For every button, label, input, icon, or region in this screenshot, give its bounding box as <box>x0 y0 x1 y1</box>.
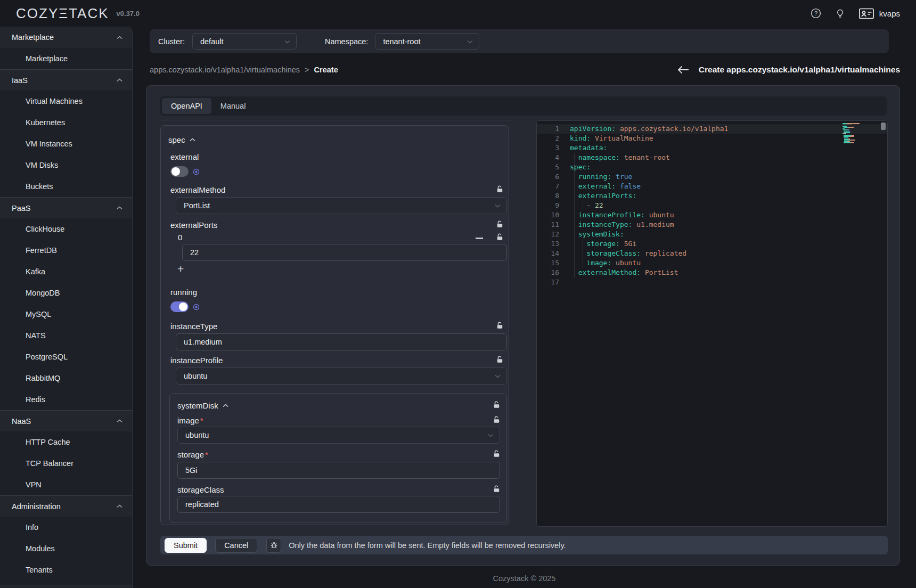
user-name[interactable]: kvaps <box>879 9 900 18</box>
sidebar-item-info[interactable]: Info <box>0 517 132 538</box>
sidebar-item-nats[interactable]: NATS <box>0 325 132 346</box>
code-line: 10 instanceProfile: ubuntu <box>537 210 887 220</box>
sidebar-item-postgresql[interactable]: PostgreSQL <box>0 346 132 368</box>
sidebar-item-label: Modules <box>26 544 55 553</box>
help-icon[interactable]: ? <box>811 8 821 19</box>
sidebar-item-tenants[interactable]: Tenants <box>0 559 132 581</box>
sidebar-item-vpn[interactable]: VPN <box>0 474 132 495</box>
sidebar-item-clickhouse[interactable]: ClickHouse <box>0 218 132 240</box>
namespace-select[interactable]: tenant-root <box>375 33 479 50</box>
lock-icon[interactable] <box>496 322 503 329</box>
minimap[interactable] <box>843 123 880 145</box>
instanceprofile-select[interactable]: ubuntu <box>176 368 507 385</box>
back-arrow-icon[interactable] <box>677 66 689 74</box>
instanceprofile-field-label: instanceProfile <box>170 356 223 365</box>
tab-openapi[interactable]: OpenAPI <box>162 98 211 114</box>
sidebar-item-marketplace[interactable]: Marketplace <box>0 48 132 69</box>
sidebar-section-label: IaaS <box>12 76 117 85</box>
systemdisk-section-toggle[interactable]: systemDisk <box>177 401 228 410</box>
image-select[interactable]: ubuntu <box>177 427 500 444</box>
sidebar-section-iaas[interactable]: IaaS <box>0 69 132 91</box>
sidebar-item-http-cache[interactable]: HTTP Cache <box>0 431 132 453</box>
app-logo[interactable]: COZYΞTACK <box>16 5 109 22</box>
sidebar-item-label: ClickHouse <box>26 225 64 233</box>
sidebar-item-ferretdb[interactable]: FerretDB <box>0 240 132 261</box>
id-card-icon[interactable] <box>859 8 874 19</box>
sidebar-item-label: TCP Balancer <box>26 459 73 468</box>
storage-input[interactable] <box>177 462 500 479</box>
code-text: external: false <box>559 182 641 191</box>
sidebar-item-modules[interactable]: Modules <box>0 538 132 559</box>
sidebar-item-vm-instances[interactable]: VM Instances <box>0 133 132 154</box>
lock-icon[interactable] <box>493 401 500 409</box>
code-line: 12 systemDisk: <box>537 230 887 239</box>
code-text: instanceType: u1.medium <box>559 220 674 230</box>
code-line: 2kind: VirtualMachine <box>537 134 887 143</box>
sidebar-item-vm-disks[interactable]: VM Disks <box>0 154 132 176</box>
line-number: 2 <box>537 134 559 143</box>
lightbulb-icon[interactable] <box>835 9 845 19</box>
sidebar-section-naas[interactable]: NaaS <box>0 410 132 431</box>
lock-icon[interactable] <box>496 220 503 228</box>
debug-button[interactable] <box>266 538 281 553</box>
sidebar-item-redis[interactable]: Redis <box>0 389 132 410</box>
sidebar-section-marketplace[interactable]: Marketplace <box>0 27 132 48</box>
sidebar-item-label: VM Instances <box>26 140 72 148</box>
remove-port-button[interactable] <box>476 238 483 239</box>
chevron-up-icon <box>117 206 122 210</box>
sidebar-item-label: HTTP Cache <box>26 438 70 446</box>
sidebar-item-label: Tenants <box>26 566 53 574</box>
cluster-select-value: default <box>200 37 224 46</box>
running-toggle[interactable] <box>170 301 189 312</box>
external-toggle[interactable] <box>170 166 189 177</box>
externalmethod-select[interactable]: PortList <box>176 197 507 214</box>
sidebar-section-paas[interactable]: PaaS <box>0 197 132 218</box>
externalports-item-input[interactable] <box>182 244 507 261</box>
line-number: 3 <box>537 143 559 153</box>
sidebar-item-rabbitmq[interactable]: RabbitMQ <box>0 368 132 389</box>
spec-section-toggle[interactable]: spec <box>168 135 195 144</box>
lock-icon[interactable] <box>493 450 500 458</box>
lock-icon[interactable] <box>496 233 503 241</box>
sidebar-item-label: RabbitMQ <box>26 374 60 382</box>
image-field-label: image* <box>177 416 203 425</box>
cancel-button[interactable]: Cancel <box>215 538 257 553</box>
sidebar-item-label: Buckets <box>26 182 53 191</box>
sidebar-item-kubernetes[interactable]: Kubernetes <box>0 112 132 133</box>
code-line: 7 external: false <box>537 182 887 191</box>
sidebar-section-administration[interactable]: Administration <box>0 495 132 517</box>
sidebar-section-label: Marketplace <box>12 33 117 42</box>
line-number: 5 <box>537 162 559 172</box>
line-number: 8 <box>537 191 559 201</box>
sidebar-item-mysql[interactable]: MySQL <box>0 304 132 325</box>
breadcrumb-path[interactable]: apps.cozystack.io/v1alpha1/virtualmachin… <box>150 66 300 74</box>
editor-scrollbar-thumb[interactable] <box>881 123 886 130</box>
line-number: 1 <box>537 124 559 134</box>
logo-text-right: TACK <box>69 5 109 22</box>
sidebar-item-kafka[interactable]: Kafka <box>0 261 132 282</box>
externalports-item-index: 0 <box>178 233 182 242</box>
storageclass-input[interactable] <box>177 496 500 513</box>
sidebar-item-label: FerretDB <box>26 246 57 255</box>
storageclass-field-label: storageClass <box>177 485 224 494</box>
lock-icon[interactable] <box>493 416 500 423</box>
sidebar-item-virtual-machines[interactable]: Virtual Machines <box>0 91 132 112</box>
code-line: 15 image: ubuntu <box>537 258 887 268</box>
logo-text-left: COZY <box>16 5 59 22</box>
sidebar-item-mongodb[interactable]: MongoDB <box>0 282 132 304</box>
yaml-code-editor[interactable]: 1apiVersion: apps.cozystack.io/v1alpha12… <box>536 120 888 527</box>
sidebar-item-tcp-balancer[interactable]: TCP Balancer <box>0 453 132 474</box>
external-default-indicator-icon[interactable] <box>193 168 200 175</box>
running-default-indicator-icon[interactable] <box>193 304 200 311</box>
lock-icon[interactable] <box>493 485 500 493</box>
sidebar-section-label: NaaS <box>12 417 117 426</box>
tab-manual[interactable]: Manual <box>211 98 255 114</box>
instancetype-input[interactable] <box>176 333 507 350</box>
submit-button[interactable]: Submit <box>165 538 207 553</box>
add-port-button[interactable]: + <box>177 264 184 274</box>
sidebar-item-label: NATS <box>26 331 46 340</box>
sidebar-item-buckets[interactable]: Buckets <box>0 176 132 197</box>
lock-icon[interactable] <box>496 185 503 193</box>
lock-icon[interactable] <box>496 356 503 363</box>
cluster-select[interactable]: default <box>192 33 297 50</box>
